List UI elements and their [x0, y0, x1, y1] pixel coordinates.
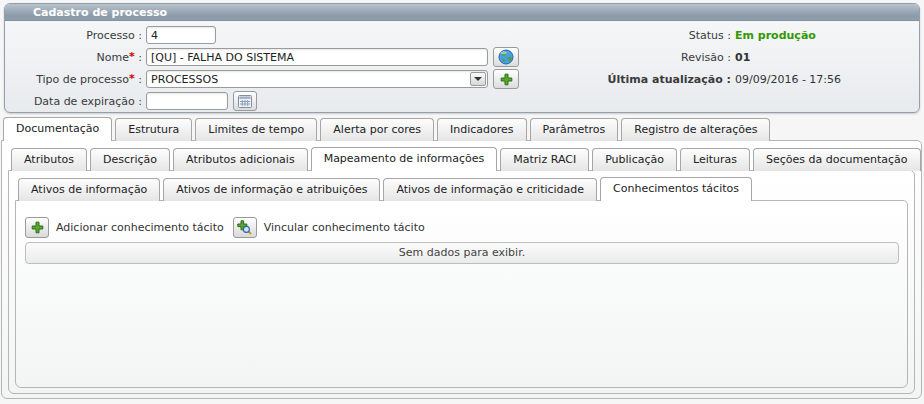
tab-leituras[interactable]: Leituras	[680, 148, 750, 171]
processo-label: Processo :	[5, 29, 142, 42]
last-update-label: Última atualização :	[425, 73, 731, 86]
add-icon	[31, 221, 44, 234]
actions-toolbar: Adicionar conhecimento tácito Vincular c…	[25, 216, 434, 238]
process-registration-panel: Cadastro de processo Processo : Nome* : …	[4, 3, 920, 113]
tab-descricao[interactable]: Descrição	[90, 148, 170, 171]
tab-mapeamento-de-informacoes[interactable]: Mapeamento de informações	[311, 147, 498, 171]
tab-limites-de-tempo[interactable]: Limites de tempo	[195, 118, 317, 141]
tab-bar-level3: Ativos de informação Ativos de informaçã…	[18, 177, 752, 201]
panel-title: Cadastro de processo	[5, 4, 919, 21]
revision-row: Revisão : 01	[425, 47, 903, 67]
tab-atributos[interactable]: Atributos	[11, 148, 87, 171]
status-row: Status : Em produção	[425, 25, 903, 45]
tab-estrutura[interactable]: Estrutura	[115, 118, 192, 141]
tab-matriz-raci[interactable]: Matriz RACI	[500, 148, 589, 171]
data-expiracao-input[interactable]	[146, 92, 228, 110]
tab-secoes-da-documentacao[interactable]: Seções da documentação	[753, 148, 921, 171]
tab-publicacao[interactable]: Publicação	[592, 148, 677, 171]
last-update-value: 09/09/2016 - 17:56	[735, 73, 841, 86]
add-tacit-knowledge-button[interactable]: Adicionar conhecimento tácito	[25, 217, 233, 238]
link-tacit-knowledge-button[interactable]: Vincular conhecimento tácito	[233, 217, 434, 238]
tipo-processo-value: PROCESSOS	[151, 73, 218, 86]
calendar-button[interactable]	[233, 91, 257, 111]
tab-atributos-adicionais[interactable]: Atributos adicionais	[173, 148, 308, 171]
tab-ativos-de-informacao[interactable]: Ativos de informação	[18, 178, 160, 201]
empty-data-message: Sem dados para exibir.	[25, 242, 899, 264]
calendar-icon	[238, 95, 252, 108]
status-label: Status :	[425, 29, 731, 42]
tab-ativos-de-informacao-e-criticidade[interactable]: Ativos de informação e criticidade	[383, 178, 597, 201]
tab-ativos-de-informacao-e-atribuicoes[interactable]: Ativos de informação e atribuições	[163, 178, 380, 201]
tab-bar-level2: Atributos Descrição Atributos adicionais…	[11, 147, 921, 171]
tab-parametros[interactable]: Parâmetros	[530, 118, 619, 141]
revision-value: 01	[735, 51, 750, 64]
field-row-data-expiracao: Data de expiração :	[5, 91, 565, 111]
last-update-row: Última atualização : 09/09/2016 - 17:56	[425, 69, 903, 89]
status-badge: Em produção	[735, 29, 816, 42]
tab-bar-level1: Documentação Estrutura Limites de tempo …	[3, 117, 770, 141]
tab-alerta-por-cores[interactable]: Alerta por cores	[320, 118, 434, 141]
nome-label: Nome* :	[5, 51, 142, 64]
data-expiracao-label: Data de expiração :	[5, 95, 142, 108]
tab-indicadores[interactable]: Indicadores	[437, 118, 527, 141]
processo-input[interactable]	[146, 26, 216, 44]
revision-label: Revisão :	[425, 51, 731, 64]
tab-documentacao[interactable]: Documentação	[3, 117, 112, 141]
tab-conhecimentos-tacitos[interactable]: Conhecimentos tácitos	[600, 177, 752, 201]
tab-registro-de-alteracoes[interactable]: Registro de alterações	[621, 118, 770, 141]
tipo-processo-label: Tipo de processo* :	[5, 73, 142, 86]
add-search-icon	[237, 220, 252, 235]
